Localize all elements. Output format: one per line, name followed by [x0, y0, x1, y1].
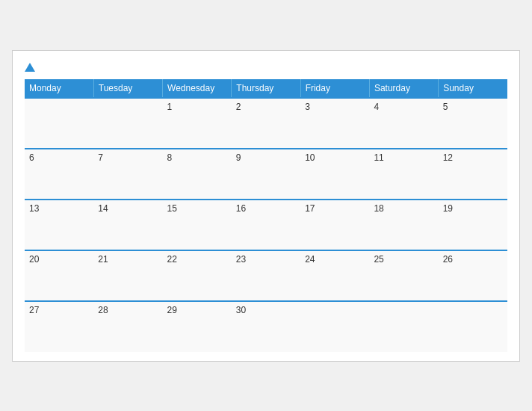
day-number: 25: [374, 254, 383, 265]
calendar-day-cell: 4: [369, 98, 438, 149]
header-friday: Friday: [300, 79, 369, 98]
calendar-day-cell: 5: [439, 98, 507, 149]
calendar-day-cell: 27: [25, 301, 93, 352]
days-header-row: Monday Tuesday Wednesday Thursday Friday…: [25, 79, 507, 98]
day-number: 5: [443, 102, 448, 112]
day-number: 1: [167, 102, 173, 112]
day-number: 13: [29, 203, 39, 214]
calendar-day-cell: 15: [163, 200, 232, 250]
calendar-day-cell: 29: [163, 301, 232, 352]
day-number: 10: [305, 152, 315, 163]
day-number: 24: [305, 254, 315, 265]
header-saturday: Saturday: [369, 79, 438, 98]
calendar-day-cell: [25, 98, 93, 149]
day-number: 11: [374, 152, 383, 163]
calendar-day-cell: 2: [232, 98, 300, 149]
calendar-day-cell: [93, 98, 162, 149]
day-number: 3: [305, 102, 310, 112]
calendar-day-cell: 14: [93, 200, 162, 250]
calendar-table: Monday Tuesday Wednesday Thursday Friday…: [25, 79, 507, 352]
day-number: 19: [443, 203, 453, 214]
day-number: 18: [374, 203, 383, 214]
calendar-week-row: 20212223242526: [25, 250, 507, 301]
calendar-day-cell: [300, 301, 369, 352]
calendar-day-cell: 25: [369, 250, 438, 301]
calendar-day-cell: 7: [93, 149, 162, 200]
day-number: 21: [98, 254, 108, 265]
logo-triangle-icon: [25, 63, 35, 72]
calendar-header: [25, 63, 507, 72]
calendar-day-cell: 19: [439, 200, 507, 250]
day-number: 27: [29, 305, 39, 315]
calendar-day-cell: [439, 301, 507, 352]
calendar-day-cell: 3: [300, 98, 369, 149]
day-number: 30: [236, 305, 246, 315]
calendar-day-cell: 24: [300, 250, 369, 301]
logo-blue-text: [25, 63, 37, 72]
calendar-day-cell: 20: [25, 250, 93, 301]
day-number: 4: [374, 102, 379, 112]
logo: [25, 63, 37, 72]
calendar-week-row: 12345: [25, 98, 507, 149]
day-number: 15: [167, 203, 177, 214]
calendar-day-cell: 26: [439, 250, 507, 301]
day-number: 16: [236, 203, 246, 214]
day-number: 12: [443, 152, 453, 163]
day-number: 22: [167, 254, 177, 265]
header-monday: Monday: [25, 79, 93, 98]
header-thursday: Thursday: [232, 79, 300, 98]
calendar-day-cell: 1: [163, 98, 232, 149]
calendar-day-cell: 18: [369, 200, 438, 250]
day-number: 28: [98, 305, 108, 315]
header-tuesday: Tuesday: [93, 79, 162, 98]
calendar-day-cell: 17: [300, 200, 369, 250]
calendar-day-cell: [369, 301, 438, 352]
calendar-day-cell: 9: [232, 149, 300, 200]
header-wednesday: Wednesday: [163, 79, 232, 98]
calendar-day-cell: 30: [232, 301, 300, 352]
day-number: 14: [98, 203, 108, 214]
calendar-day-cell: 28: [93, 301, 162, 352]
day-number: 6: [29, 152, 34, 163]
calendar-day-cell: 11: [369, 149, 438, 200]
calendar-week-row: 6789101112: [25, 149, 507, 200]
day-number: 26: [443, 254, 453, 265]
day-number: 23: [236, 254, 246, 265]
day-number: 17: [305, 203, 315, 214]
calendar-day-cell: 23: [232, 250, 300, 301]
calendar-day-cell: 22: [163, 250, 232, 301]
day-number: 20: [29, 254, 39, 265]
calendar-day-cell: 21: [93, 250, 162, 301]
calendar-container: Monday Tuesday Wednesday Thursday Friday…: [12, 50, 520, 362]
calendar-week-row: 27282930: [25, 301, 507, 352]
calendar-week-row: 13141516171819: [25, 200, 507, 250]
calendar-day-cell: 13: [25, 200, 93, 250]
day-number: 8: [167, 152, 173, 163]
day-number: 29: [167, 305, 177, 315]
header-sunday: Sunday: [439, 79, 507, 98]
calendar-day-cell: 8: [163, 149, 232, 200]
calendar-day-cell: 12: [439, 149, 507, 200]
day-number: 9: [236, 152, 241, 163]
day-number: 2: [236, 102, 241, 112]
calendar-day-cell: 10: [300, 149, 369, 200]
calendar-day-cell: 16: [232, 200, 300, 250]
calendar-day-cell: 6: [25, 149, 93, 200]
day-number: 7: [98, 152, 103, 163]
